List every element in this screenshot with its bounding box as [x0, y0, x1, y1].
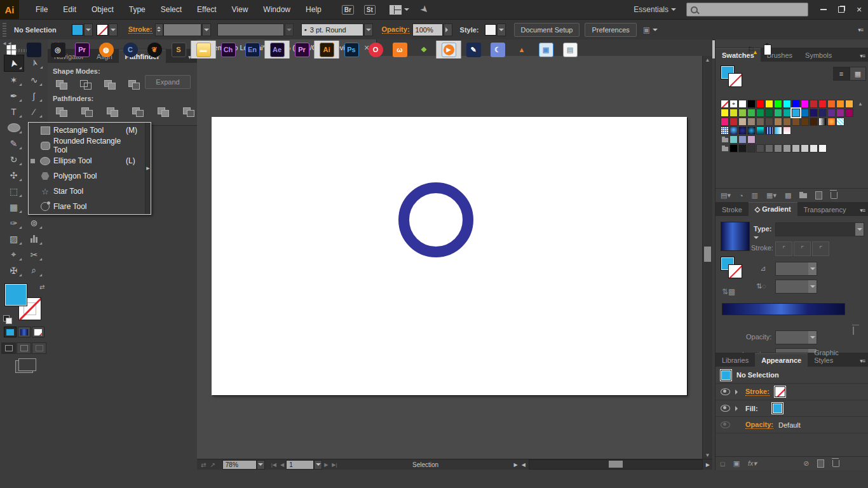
- circle-shape[interactable]: [398, 182, 473, 257]
- appearance-fill-swatch[interactable]: [772, 403, 783, 414]
- bridge-button[interactable]: Br: [342, 5, 354, 15]
- swatch[interactable]: [738, 135, 747, 144]
- swatch[interactable]: [827, 100, 836, 108]
- taskbar-illustrator[interactable]: Ai: [314, 41, 339, 58]
- swatch[interactable]: [810, 144, 818, 152]
- expand-button[interactable]: Expand: [145, 75, 191, 89]
- scroll-up-icon[interactable]: ▲: [703, 56, 712, 64]
- minimize-button[interactable]: [815, 3, 832, 16]
- gradient-swatch[interactable]: [827, 118, 836, 126]
- artboard-tool[interactable]: ⌖: [4, 247, 24, 262]
- swatch-libraries-icon[interactable]: ▤▾: [721, 191, 731, 200]
- taskbar-after-effects[interactable]: Ae: [264, 41, 290, 58]
- canvas[interactable]: [197, 56, 703, 459]
- swatch[interactable]: [801, 118, 809, 126]
- trim-button[interactable]: [78, 105, 95, 118]
- registration-swatch[interactable]: ⌖: [729, 100, 738, 108]
- menu-select[interactable]: Select: [153, 0, 189, 19]
- tab-transparency[interactable]: Transparency: [797, 203, 853, 216]
- taskbar-cinema4d[interactable]: C: [118, 41, 142, 58]
- swatch[interactable]: [747, 135, 756, 144]
- swatch[interactable]: [774, 144, 782, 152]
- draw-normal-button[interactable]: [1, 342, 16, 354]
- tab-graphic-styles[interactable]: Graphic Styles: [808, 346, 860, 367]
- swatch[interactable]: [729, 144, 738, 152]
- none-swatch[interactable]: [721, 100, 729, 108]
- taskbar-app-s-book[interactable]: S: [166, 41, 191, 58]
- restore-button[interactable]: [832, 3, 850, 16]
- taskbar-app-spiral[interactable]: ◎: [46, 41, 70, 58]
- stroke-weight-stepper[interactable]: [155, 24, 163, 36]
- hscroll-left-icon[interactable]: ◀: [522, 462, 526, 468]
- swatch[interactable]: [783, 100, 791, 108]
- document-setup-button[interactable]: Document Setup: [514, 23, 580, 37]
- stroke-weight-link[interactable]: Stroke:: [128, 25, 153, 34]
- reverse-gradient-icon[interactable]: ⇅▩: [722, 287, 735, 296]
- swatch-options-icon[interactable]: ▥: [752, 191, 758, 200]
- action-center-icon[interactable]: ⚐▲: [747, 45, 755, 55]
- swatch[interactable]: [729, 118, 738, 126]
- tab-appearance[interactable]: Appearance: [755, 353, 808, 367]
- gradient-swatch[interactable]: [721, 126, 729, 135]
- swatch[interactable]: [801, 109, 809, 117]
- swatch[interactable]: [721, 109, 729, 117]
- exclude-button[interactable]: [125, 78, 142, 90]
- swatch[interactable]: [783, 144, 791, 152]
- flyout-item-star-tool[interactable]: ☆Star Tool: [37, 184, 145, 199]
- delete-swatch-icon[interactable]: [831, 192, 837, 199]
- width-profile-arrow[interactable]: [285, 24, 294, 36]
- gradient-aspect-dropdown[interactable]: [775, 280, 817, 294]
- shape-builder-tool[interactable]: ⬚: [4, 183, 24, 199]
- flyout-tearoff-strip[interactable]: ▶: [145, 123, 151, 214]
- swatch[interactable]: [765, 100, 773, 108]
- swatch[interactable]: [783, 109, 791, 117]
- menu-help[interactable]: Help: [298, 0, 329, 19]
- flyout-item-flare-tool[interactable]: Flare Tool: [37, 199, 145, 214]
- new-fill-icon[interactable]: ▣: [733, 459, 740, 468]
- swatch[interactable]: [729, 109, 738, 117]
- tab-symbols[interactable]: Symbols: [799, 49, 838, 62]
- hscroll-right-icon[interactable]: ▶: [706, 462, 710, 468]
- selection-tool[interactable]: ➤: [4, 55, 24, 72]
- horizontal-scrollbar[interactable]: [529, 459, 703, 470]
- brush-definition-dropdown[interactable]: [364, 24, 373, 36]
- screen-mode-button[interactable]: [15, 360, 33, 373]
- grid-view-button[interactable]: ▦: [850, 67, 866, 81]
- swatch[interactable]: [738, 144, 747, 152]
- panel-grip[interactable]: [3, 23, 6, 37]
- swatch[interactable]: [738, 100, 747, 108]
- taskbar-file-explorer[interactable]: ▬: [191, 41, 216, 58]
- swatch[interactable]: [792, 144, 800, 152]
- swatch[interactable]: [836, 100, 844, 108]
- minus-front-button[interactable]: [77, 78, 93, 90]
- swatch[interactable]: [783, 118, 791, 126]
- stroke-within-icon[interactable]: ⌜: [775, 241, 792, 256]
- rotate-tool[interactable]: ↻: [4, 151, 24, 167]
- brush-definition-field[interactable]: ●3 pt. Round: [301, 24, 363, 36]
- symbol-sprayer-tool[interactable]: ▨: [4, 231, 24, 247]
- swatch[interactable]: [801, 100, 809, 108]
- swatch[interactable]: [845, 109, 853, 117]
- swatch[interactable]: [836, 109, 844, 117]
- gradient-swatch[interactable]: [783, 126, 791, 135]
- swatch[interactable]: [756, 100, 764, 108]
- appearance-opacity-row[interactable]: Opacity: Default: [715, 417, 868, 433]
- gradient-thumb-dropdown[interactable]: [754, 236, 759, 241]
- new-swatch-group-icon[interactable]: ▦▾: [766, 191, 776, 200]
- tab-stroke[interactable]: Stroke: [715, 203, 749, 216]
- column-graph-tool[interactable]: [25, 231, 44, 247]
- taskbar-notepad[interactable]: ▤: [558, 41, 582, 58]
- mesh-tool[interactable]: ▦: [4, 199, 24, 215]
- duplicate-item-icon[interactable]: [817, 459, 824, 468]
- swatch-kinds-icon[interactable]: ◔: [739, 192, 743, 200]
- artboard-number-field[interactable]: 1: [286, 460, 314, 470]
- new-color-group-icon[interactable]: [799, 193, 807, 198]
- style-dropdown[interactable]: [485, 24, 506, 36]
- type-tool[interactable]: T: [4, 104, 24, 119]
- swatch[interactable]: [765, 118, 773, 126]
- taskbar-app-dark[interactable]: [22, 41, 46, 58]
- arrange-documents-button[interactable]: [381, 5, 409, 15]
- tab-gradient[interactable]: ◇ Gradient: [749, 202, 797, 216]
- ellipse-tool[interactable]: [4, 119, 24, 135]
- swatch[interactable]: [721, 118, 729, 126]
